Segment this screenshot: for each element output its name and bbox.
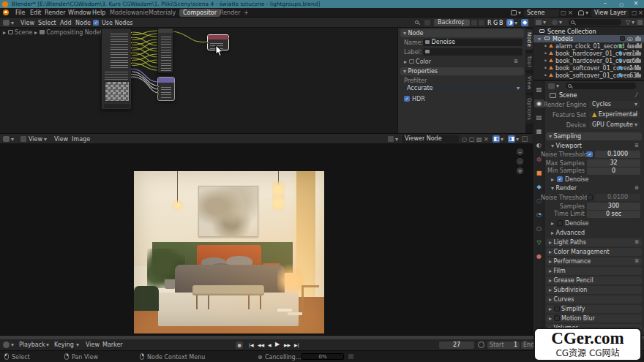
menu-file[interactable]: File (15, 10, 25, 16)
tab-tool[interactable]: Tool (525, 53, 533, 70)
properties-search[interactable] (566, 83, 636, 89)
tab-tool-icon[interactable]: ▨ (534, 86, 544, 94)
outliner-row-object[interactable]: • book_softcover_01_cover63 (533, 72, 644, 79)
section-curves[interactable]: ▸ Curves (546, 295, 642, 303)
tab-view[interactable]: View (525, 73, 533, 93)
editor-type-icon[interactable] (3, 136, 10, 142)
r-time-limit-field[interactable]: 0 sec (587, 211, 640, 218)
panel-node-header[interactable]: ▾ Node (400, 29, 524, 37)
advanced-subpanel[interactable]: ▸ Advanced (551, 230, 585, 236)
outliner-row-object[interactable]: • book_hardcover_01_cover13 (533, 50, 644, 57)
tab-render-icon[interactable]: ◉ (534, 99, 544, 108)
play-reverse-button[interactable]: ◀ (268, 342, 272, 349)
color-panel-row[interactable]: ▸ Color (404, 59, 431, 65)
render-layers-node[interactable] (101, 28, 132, 110)
workspace-add-tab[interactable]: + (244, 10, 249, 16)
properties-nav-icon[interactable] (548, 83, 555, 89)
outliner-row-object[interactable]: • book_hardcover_01_cover62 (533, 57, 644, 64)
image-unlink-icon[interactable]: × (484, 136, 489, 143)
prefilter-dropdown[interactable]: Accurate (404, 85, 523, 92)
snap-icon[interactable] (464, 20, 470, 26)
camera-visibility-icon[interactable] (635, 59, 641, 63)
view-layer-unlink-icon[interactable]: × (638, 10, 643, 16)
timeline-menu-keying[interactable]: Keying (54, 342, 74, 348)
hdr-checkbox[interactable]: ✓ (404, 96, 410, 102)
outliner-row-object[interactable]: • alarm_clock_01_second_hand (533, 42, 644, 50)
image-datablock[interactable]: Viewer Node (402, 135, 459, 143)
workspace-tab-render[interactable]: Render (220, 10, 240, 16)
workspace-tab-modelowanie[interactable]: Modelowanie (110, 10, 149, 16)
section-color-management[interactable]: ▸ Color Management (546, 248, 642, 256)
cancel-icon[interactable]: ⊗ (258, 354, 263, 361)
vp-denoise-checkbox[interactable]: ✓ (557, 176, 563, 182)
eye-icon[interactable] (627, 74, 633, 78)
minimize-button[interactable]: – (599, 0, 612, 8)
r-denoise-checkbox[interactable] (557, 220, 563, 226)
outliner-options-icon[interactable] (637, 20, 643, 25)
models-checkbox[interactable] (620, 36, 625, 41)
section-subdivision[interactable]: ▸ Subdivision (546, 286, 642, 294)
outliner-row-models[interactable]: ▾ Models (533, 35, 644, 42)
render-subpanel-header[interactable]: ▾ Render (551, 185, 577, 192)
blender-logo-icon[interactable] (3, 10, 10, 15)
image-pin-icon[interactable]: ○ (462, 136, 467, 143)
node-menu-view[interactable]: View (20, 20, 34, 26)
channel-b-button[interactable]: B (499, 20, 503, 26)
pin-icon[interactable]: ⁄ (636, 92, 637, 99)
node-menu-node[interactable]: Node (75, 20, 91, 26)
view-layer-new-icon[interactable]: ▢ (632, 10, 637, 16)
eye-icon[interactable] (627, 67, 633, 70)
render-preview-image[interactable] (134, 171, 324, 333)
camera-visibility-icon[interactable] (635, 74, 641, 78)
prev-keyframe-button[interactable]: ◀◀ (258, 342, 264, 349)
image-menu-view[interactable]: View (54, 136, 68, 143)
outliner-search[interactable] (569, 19, 621, 26)
timeline-menu-view[interactable]: View (86, 342, 100, 348)
snapping-icon[interactable]: ◆ (521, 19, 528, 26)
outliner-display-mode-icon[interactable] (536, 20, 542, 25)
panel-properties-header[interactable]: ▾ Properties (400, 67, 524, 75)
outliner-funnel-icon[interactable]: ▽ (626, 19, 630, 26)
section-motion-blur[interactable]: ▸ Motion Blur (546, 314, 642, 323)
menu-render[interactable]: Render (45, 10, 65, 16)
scene-new-icon[interactable]: ▢ (561, 10, 566, 16)
proportional-edit-icon[interactable]: ◑ (506, 19, 514, 26)
outliner-row-object[interactable]: • book_softcover_01_cover14 (533, 64, 644, 72)
node-canvas[interactable]: ▸ Scene ▸ Compositing Nodetree (0, 28, 397, 133)
group-node[interactable] (157, 28, 173, 73)
tab-scene-icon[interactable]: ◐ (534, 141, 544, 149)
r-noise-threshold-checkbox[interactable] (587, 195, 593, 200)
jump-to-end-button[interactable]: ▶| (294, 342, 299, 349)
zoom-search-icon[interactable] (415, 20, 419, 24)
use-nodes-checkbox[interactable]: ✓ (93, 20, 99, 26)
tab-view-layer-icon[interactable]: ▦ (534, 127, 544, 135)
camera-visibility-icon[interactable] (635, 52, 641, 56)
maximize-button[interactable]: ▢ (615, 0, 628, 8)
workspace-tab-materialy[interactable]: Materialy (149, 10, 176, 16)
timeline-menu-playback[interactable]: Playback (19, 342, 45, 348)
section-film[interactable]: ▸ Film (546, 267, 642, 275)
gizmo-toggle-icon[interactable] (479, 20, 484, 26)
sampling-panel-header[interactable]: ▾ Sampling (546, 132, 642, 140)
view-layer-icon[interactable] (578, 10, 584, 15)
vp-min-samples-field[interactable]: 0 (587, 167, 640, 175)
feature-set-dropdown[interactable]: ▲ Experimental (589, 111, 640, 118)
eye-icon[interactable] (627, 37, 633, 41)
jump-to-start-button[interactable]: |◀ (249, 342, 254, 349)
nav-pan-icon[interactable]: ✥ (517, 167, 523, 174)
overlay-icon[interactable] (471, 20, 477, 26)
next-keyframe-button[interactable]: ▶▶ (284, 342, 291, 349)
timeline-editor-icon[interactable] (3, 342, 10, 348)
r-noise-threshold-field[interactable]: 0.0100 (595, 194, 640, 201)
outliner-filter-icon[interactable] (552, 20, 558, 25)
image-mode-dropdown[interactable]: View (29, 136, 42, 143)
tab-options[interactable]: Options (525, 95, 533, 124)
menu-window[interactable]: Window (68, 10, 91, 16)
vp-max-samples-field[interactable]: 32 (587, 159, 640, 167)
display-channels-icon[interactable]: ◧ (493, 135, 500, 143)
section-simplify[interactable]: ▸ Simplify (546, 305, 642, 313)
workspace-tab-compositor[interactable]: Compositor (179, 9, 220, 17)
play-button[interactable]: ▶ (275, 341, 280, 348)
tab-output-icon[interactable]: ▤ (534, 113, 544, 121)
tab-object-data-icon[interactable]: ▽ (534, 238, 544, 246)
